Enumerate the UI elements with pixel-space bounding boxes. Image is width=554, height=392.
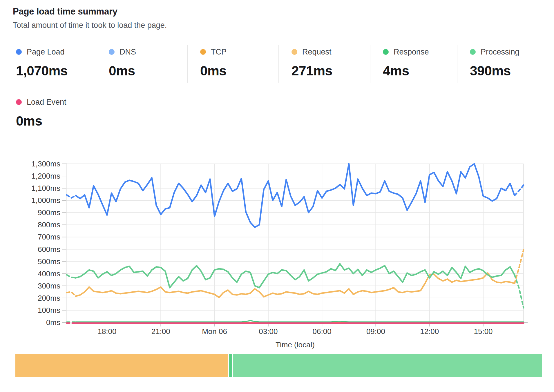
y-axis-label: 400ms	[38, 269, 60, 278]
request-line	[67, 292, 76, 296]
metric-page_load[interactable]: Page Load1,070ms	[13, 45, 96, 83]
timing-breakdown-bar	[15, 354, 542, 377]
request-dot-icon	[292, 49, 297, 55]
metric-label: DNS	[120, 48, 136, 57]
metric-processing[interactable]: Processing390ms	[457, 45, 553, 83]
x-axis-label: 21:00	[151, 327, 170, 336]
status-bar-segment-1	[15, 354, 228, 377]
y-axis-label: 1,200ms	[31, 172, 60, 180]
tcp-dot-icon	[200, 49, 206, 55]
x-axis-label: 12:00	[420, 327, 439, 336]
page_load-line	[515, 185, 524, 196]
metrics-legend-row-1: Page Load1,070msDNS0msTCP0msRequest271ms…	[13, 45, 553, 83]
metric-value: 0ms	[16, 113, 66, 129]
y-axis-label: 700ms	[38, 233, 60, 241]
processing-line	[515, 275, 524, 308]
dns-dot-icon	[109, 49, 115, 55]
metric-value: 390ms	[470, 63, 553, 79]
y-axis-label: 500ms	[38, 257, 60, 266]
x-axis-label: 03:00	[259, 327, 278, 336]
metric-value: 0ms	[109, 63, 187, 79]
x-axis-title: Time (local)	[276, 340, 315, 349]
response-dot-icon	[383, 49, 389, 55]
y-axis-label: 300ms	[38, 282, 60, 290]
request-line	[515, 250, 524, 284]
x-axis-label: Mon 06	[202, 327, 227, 336]
metric-value: 1,070ms	[16, 63, 96, 79]
metric-label: Request	[302, 48, 332, 57]
status-bar-segment-3	[233, 354, 542, 377]
processing-line	[76, 264, 515, 288]
page-load-time-chart: 0ms100ms200ms300ms400ms500ms600ms700ms80…	[0, 151, 554, 354]
metric-value: 0ms	[200, 63, 278, 79]
y-axis-label: 1,000ms	[31, 196, 60, 205]
page-title: Page load time summary	[13, 6, 117, 17]
x-axis-label: 15:00	[474, 327, 493, 336]
page_load-line	[76, 164, 515, 227]
x-axis-label: 09:00	[366, 327, 385, 336]
y-axis-label: 1,100ms	[31, 184, 60, 193]
metric-value: 4ms	[383, 63, 457, 79]
status-bar-segment-2	[229, 354, 232, 377]
metric-label: TCP	[211, 48, 227, 57]
y-axis-label: 0ms	[46, 318, 60, 327]
metric-response[interactable]: Response4ms	[370, 45, 457, 83]
metrics-legend-row-2: Load Event0ms	[13, 95, 66, 133]
processing-line	[67, 275, 76, 278]
metric-label: Response	[394, 48, 429, 57]
y-axis-label: 100ms	[38, 306, 60, 315]
y-axis-label: 600ms	[38, 245, 60, 254]
x-axis-label: 18:00	[97, 327, 116, 336]
metric-tcp[interactable]: TCP0ms	[187, 45, 278, 83]
page_load-dot-icon	[16, 49, 22, 55]
metric-load_event[interactable]: Load Event0ms	[13, 95, 66, 133]
page-load-summary-panel: Page load time summary Total amount of t…	[0, 0, 554, 392]
metric-value: 271ms	[292, 63, 370, 79]
y-axis-label: 900ms	[38, 208, 60, 217]
x-axis-label: 06:00	[313, 327, 332, 336]
processing-dot-icon	[470, 49, 476, 55]
y-axis-label: 200ms	[38, 294, 60, 302]
metric-label: Page Load	[27, 48, 65, 57]
page_load-line	[67, 195, 76, 198]
metric-label: Load Event	[27, 98, 66, 107]
y-axis-label: 1,300ms	[31, 159, 60, 168]
metric-dns[interactable]: DNS0ms	[96, 45, 187, 83]
y-axis-label: 800ms	[38, 220, 60, 229]
load_event-dot-icon	[16, 99, 22, 105]
response-line	[76, 321, 524, 322]
metric-request[interactable]: Request271ms	[278, 45, 370, 83]
metric-label: Processing	[481, 48, 519, 57]
request-line	[76, 273, 515, 297]
page-subtitle: Total amount of time it took to load the…	[13, 21, 167, 30]
